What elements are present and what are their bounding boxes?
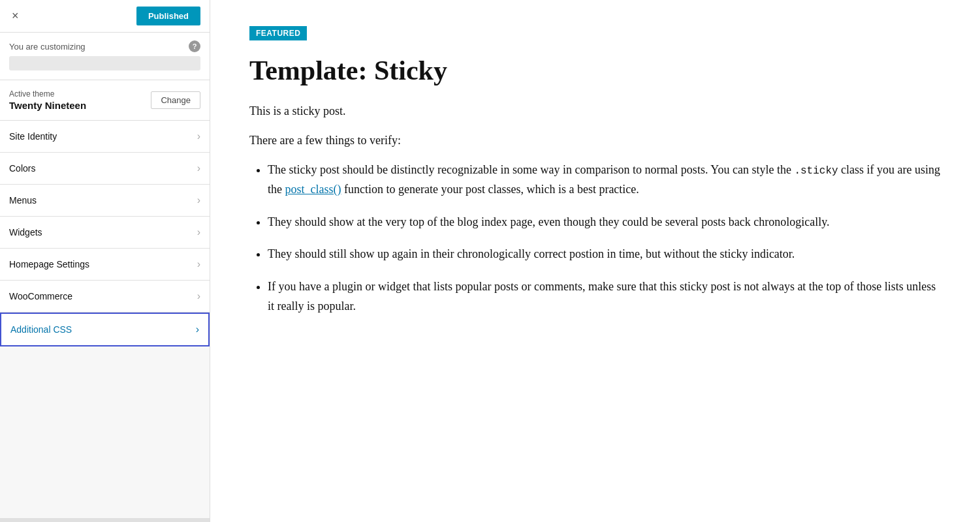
nav-item-widgets-label: Widgets bbox=[9, 227, 42, 238]
chevron-right-icon: › bbox=[197, 194, 200, 206]
sidebar-footer bbox=[0, 518, 210, 522]
nav-item-site-identity[interactable]: Site Identity › bbox=[0, 121, 210, 153]
customizing-row: You are customizing ? bbox=[9, 40, 200, 52]
active-theme-label: Active theme bbox=[9, 89, 86, 99]
post-list: The sticky post should be distinctly rec… bbox=[249, 161, 941, 316]
published-button[interactable]: Published bbox=[136, 7, 200, 25]
site-url-bar bbox=[9, 56, 200, 70]
active-theme-name: Twenty Nineteen bbox=[9, 100, 86, 111]
nav-item-colors[interactable]: Colors › bbox=[0, 153, 210, 185]
active-theme-section: Active theme Twenty Nineteen Change bbox=[0, 80, 210, 121]
chevron-right-icon: › bbox=[196, 324, 199, 335]
close-button[interactable]: × bbox=[9, 9, 22, 23]
list-item-text: They should show at the very top of the … bbox=[268, 215, 830, 228]
sidebar: × Published You are customizing ? Active… bbox=[0, 0, 210, 522]
nav-item-site-identity-label: Site Identity bbox=[9, 131, 57, 142]
change-theme-button[interactable]: Change bbox=[151, 91, 200, 109]
nav-item-additional-css-label: Additional CSS bbox=[10, 324, 72, 335]
customizing-section: You are customizing ? bbox=[0, 33, 210, 80]
list-item: If you have a plugin or widget that list… bbox=[268, 277, 941, 316]
post-title: Template: Sticky bbox=[249, 55, 941, 86]
main-content: FEATURED Template: Sticky This is a stic… bbox=[210, 0, 980, 522]
code-sticky: .sticky bbox=[794, 165, 838, 177]
nav-item-additional-css[interactable]: Additional CSS › bbox=[0, 313, 210, 346]
list-item-text: The sticky post should be distinctly rec… bbox=[268, 163, 940, 196]
nav-item-woocommerce[interactable]: WooCommerce › bbox=[0, 281, 210, 313]
nav-menu: Site Identity › Colors › Menus › Widgets… bbox=[0, 121, 210, 518]
nav-item-woocommerce-label: WooCommerce bbox=[9, 291, 72, 301]
sidebar-header: × Published bbox=[0, 0, 210, 33]
nav-item-menus[interactable]: Menus › bbox=[0, 185, 210, 217]
nav-item-widgets[interactable]: Widgets › bbox=[0, 217, 210, 249]
help-icon[interactable]: ? bbox=[189, 40, 200, 52]
list-item-text: If you have a plugin or widget that list… bbox=[268, 280, 936, 313]
customizing-label: You are customizing bbox=[9, 42, 86, 52]
nav-item-menus-label: Menus bbox=[9, 195, 37, 206]
list-item: They should show at the very top of the … bbox=[268, 213, 941, 232]
chevron-right-icon: › bbox=[197, 130, 200, 142]
post-intro: This is a sticky post. bbox=[249, 104, 941, 118]
featured-badge: FEATURED bbox=[249, 26, 307, 40]
post-class-link[interactable]: post_class() bbox=[285, 183, 341, 196]
list-item-text: They should still show up again in their… bbox=[268, 247, 795, 260]
chevron-right-icon: › bbox=[197, 258, 200, 270]
nav-item-colors-label: Colors bbox=[9, 163, 35, 174]
list-item: The sticky post should be distinctly rec… bbox=[268, 161, 941, 199]
list-item: They should still show up again in their… bbox=[268, 245, 941, 264]
nav-item-homepage-settings[interactable]: Homepage Settings › bbox=[0, 249, 210, 281]
nav-item-homepage-settings-label: Homepage Settings bbox=[9, 259, 89, 269]
chevron-right-icon: › bbox=[197, 226, 200, 238]
chevron-right-icon: › bbox=[197, 290, 200, 302]
chevron-right-icon: › bbox=[197, 162, 200, 174]
post-verify-intro: There are a few things to verify: bbox=[249, 134, 941, 147]
active-theme-info: Active theme Twenty Nineteen bbox=[9, 89, 86, 111]
